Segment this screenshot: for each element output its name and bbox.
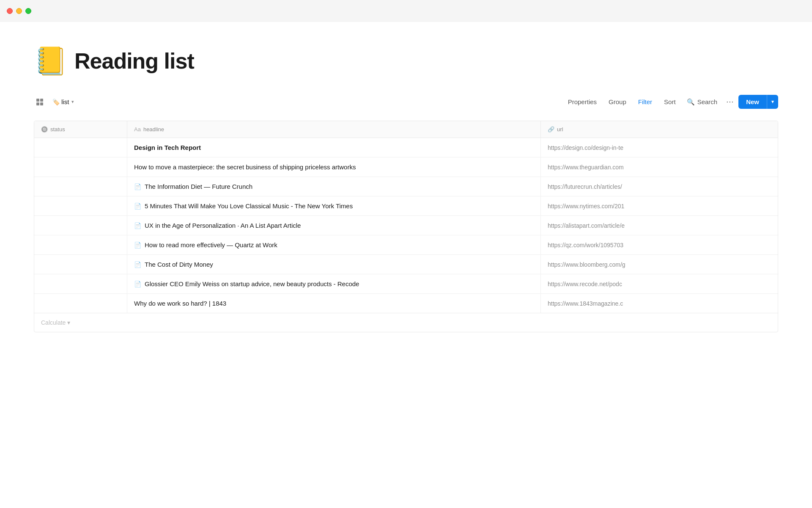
calculate-chevron-icon: ▾ <box>67 319 70 326</box>
cell-headline-4[interactable]: 📄UX in the Age of Personalization · An A… <box>127 216 541 235</box>
maximize-button[interactable] <box>25 8 31 14</box>
filter-button[interactable]: Filter <box>633 96 657 108</box>
headline-text-6: The Cost of Dirty Money <box>145 261 213 268</box>
page-emoji: 📒 <box>34 47 68 75</box>
cell-headline-1[interactable]: How to move a masterpiece: the secret bu… <box>127 157 541 177</box>
cell-status-5 <box>34 235 127 254</box>
svg-rect-0 <box>36 99 39 102</box>
cell-headline-0[interactable]: Design in Tech Report <box>127 138 541 157</box>
new-button[interactable]: New ▾ <box>738 95 778 109</box>
table-body: Design in Tech Reporthttps://design.co/d… <box>34 138 778 313</box>
view-name: list <box>61 98 69 105</box>
headline-text-5: How to read more effectively — Quartz at… <box>145 241 277 248</box>
reading-list-table: 🔘 status Aa headline 🔗 url Design in Tec… <box>34 121 778 332</box>
col-label-headline: headline <box>143 126 164 133</box>
document-icon: 📄 <box>134 242 141 248</box>
cell-status-2 <box>34 177 127 196</box>
cell-url-4[interactable]: https://alistapart.com/article/e <box>541 216 778 235</box>
page-header: 📒 Reading list <box>34 47 778 75</box>
cell-url-1[interactable]: https://www.theguardian.com <box>541 157 778 177</box>
search-icon: 🔍 <box>687 98 695 106</box>
col-header-headline[interactable]: Aa headline <box>127 121 541 138</box>
chevron-down-icon: ▾ <box>71 99 74 105</box>
svg-rect-3 <box>40 102 43 105</box>
cell-headline-7[interactable]: 📄Glossier CEO Emily Weiss on startup adv… <box>127 274 541 293</box>
more-options-button[interactable]: ··· <box>723 95 737 109</box>
cell-headline-8[interactable]: Why do we work so hard? | 1843 <box>127 294 541 313</box>
cell-url-8[interactable]: https://www.1843magazine.c <box>541 294 778 313</box>
sort-button[interactable]: Sort <box>659 96 681 108</box>
table-header: 🔘 status Aa headline 🔗 url <box>34 121 778 138</box>
search-button[interactable]: 🔍 Search <box>683 96 722 108</box>
url-col-icon: 🔗 <box>548 126 554 133</box>
table-row[interactable]: 📄UX in the Age of Personalization · An A… <box>34 216 778 235</box>
headline-text-7: Glossier CEO Emily Weiss on startup advi… <box>145 280 359 287</box>
cell-url-0[interactable]: https://design.co/design-in-te <box>541 138 778 157</box>
col-label-status: status <box>50 126 65 133</box>
status-col-icon: 🔘 <box>41 126 48 133</box>
cell-url-2[interactable]: https://futurecrun.ch/articles/ <box>541 177 778 196</box>
headline-text-4: UX in the Age of Personalization · An A … <box>145 222 301 229</box>
document-icon: 📄 <box>134 203 141 210</box>
col-header-status[interactable]: 🔘 status <box>34 121 127 138</box>
cell-status-8 <box>34 294 127 313</box>
cell-status-3 <box>34 196 127 215</box>
properties-button[interactable]: Properties <box>563 96 602 108</box>
headline-text-3: 5 Minutes That Will Make You Love Classi… <box>145 202 353 210</box>
toolbar-left: 🏷️ list ▾ <box>34 96 77 108</box>
table-view-icon[interactable] <box>34 96 46 108</box>
cell-url-7[interactable]: https://www.recode.net/podc <box>541 274 778 293</box>
main-content: 📒 Reading list 🏷️ list ▾ Propertie <box>0 22 812 349</box>
table-row[interactable]: 📄Glossier CEO Emily Weiss on startup adv… <box>34 274 778 294</box>
table-row[interactable]: 📄The Cost of Dirty Moneyhttps://www.bloo… <box>34 255 778 274</box>
headline-text-8: Why do we work so hard? | 1843 <box>134 300 226 307</box>
cell-status-1 <box>34 157 127 177</box>
headline-text-2: The Information Diet — Future Crunch <box>145 183 252 190</box>
group-button[interactable]: Group <box>604 96 631 108</box>
calculate-row[interactable]: Calculate ▾ <box>34 313 778 332</box>
toolbar: 🏷️ list ▾ Properties Group Filter Sort 🔍… <box>34 95 778 112</box>
table-row[interactable]: 📄The Information Diet — Future Crunchhtt… <box>34 177 778 196</box>
col-header-url[interactable]: 🔗 url <box>541 121 778 138</box>
document-icon: 📄 <box>134 281 141 287</box>
table-row[interactable]: How to move a masterpiece: the secret bu… <box>34 157 778 177</box>
view-selector[interactable]: 🏷️ list ▾ <box>49 97 77 107</box>
svg-rect-1 <box>40 99 43 102</box>
document-icon: 📄 <box>134 222 141 229</box>
cell-url-6[interactable]: https://www.bloomberg.com/g <box>541 255 778 274</box>
titlebar <box>0 0 812 22</box>
cell-url-3[interactable]: https://www.nytimes.com/201 <box>541 196 778 215</box>
table-row[interactable]: Design in Tech Reporthttps://design.co/d… <box>34 138 778 157</box>
table-row[interactable]: 📄How to read more effectively — Quartz a… <box>34 235 778 255</box>
new-button-label: New <box>738 95 767 109</box>
cell-headline-5[interactable]: 📄How to read more effectively — Quartz a… <box>127 235 541 254</box>
headline-text-1: How to move a masterpiece: the secret bu… <box>134 163 356 171</box>
table-row[interactable]: Why do we work so hard? | 1843https://ww… <box>34 294 778 313</box>
cell-headline-3[interactable]: 📄5 Minutes That Will Make You Love Class… <box>127 196 541 215</box>
col-label-url: url <box>557 126 563 133</box>
tag-icon: 🏷️ <box>52 99 60 105</box>
document-icon: 📄 <box>134 183 141 190</box>
cell-status-4 <box>34 216 127 235</box>
cell-headline-2[interactable]: 📄The Information Diet — Future Crunch <box>127 177 541 196</box>
headline-col-icon: Aa <box>134 126 141 133</box>
headline-text-0: Design in Tech Report <box>134 144 201 151</box>
cell-status-0 <box>34 138 127 157</box>
new-button-chevron-icon: ▾ <box>767 96 778 108</box>
calculate-label: Calculate <box>41 319 66 326</box>
toolbar-right: Properties Group Filter Sort 🔍 Search ··… <box>563 95 778 109</box>
close-button[interactable] <box>7 8 13 14</box>
document-icon: 📄 <box>134 261 141 268</box>
page-title: Reading list <box>74 48 194 74</box>
search-label: Search <box>697 98 718 105</box>
cell-url-5[interactable]: https://qz.com/work/1095703 <box>541 235 778 254</box>
cell-headline-6[interactable]: 📄The Cost of Dirty Money <box>127 255 541 274</box>
cell-status-6 <box>34 255 127 274</box>
svg-rect-2 <box>36 102 39 105</box>
minimize-button[interactable] <box>16 8 22 14</box>
table-row[interactable]: 📄5 Minutes That Will Make You Love Class… <box>34 196 778 216</box>
cell-status-7 <box>34 274 127 293</box>
